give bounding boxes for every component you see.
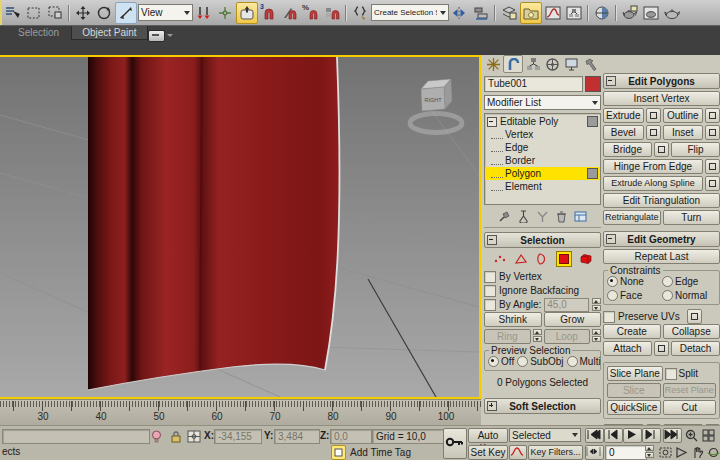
- rendered-frame-window-icon[interactable]: [641, 3, 661, 23]
- vertex-mode-icon[interactable]: [493, 252, 507, 266]
- remove-modifier-icon[interactable]: [555, 210, 568, 223]
- radio-icon[interactable]: [662, 276, 673, 287]
- bridge-settings-button[interactable]: [654, 142, 669, 157]
- reference-coordinate-dropdown[interactable]: View: [138, 4, 193, 21]
- angle-spinner[interactable]: [592, 298, 601, 311]
- go-to-end-button[interactable]: [663, 428, 682, 443]
- insert-vertex-button[interactable]: Insert Vertex: [603, 91, 720, 106]
- select-and-scale-icon[interactable]: [115, 2, 137, 24]
- stack-row-element[interactable]: Element: [485, 180, 600, 193]
- ring-spinner[interactable]: [533, 329, 542, 342]
- material-editor-icon[interactable]: [592, 3, 612, 23]
- previous-frame-button[interactable]: [604, 428, 623, 443]
- collapse-icon[interactable]: [487, 117, 497, 127]
- radio-icon[interactable]: [662, 290, 673, 301]
- ribbon-minimize-button[interactable]: [148, 30, 165, 42]
- field-of-view-icon[interactable]: [674, 445, 689, 459]
- key-mode-toggle-button[interactable]: [585, 445, 604, 460]
- time-slider-ruler[interactable]: 30 40 50 60 70 80 90 100: [0, 399, 481, 427]
- constraint-none-option[interactable]: None: [607, 276, 659, 287]
- cut-button[interactable]: Cut: [663, 400, 717, 415]
- ribbon-minimize-chevron-icon[interactable]: [167, 34, 173, 37]
- hierarchy-tab-icon[interactable]: [524, 56, 542, 72]
- turn-button[interactable]: Turn: [663, 210, 720, 225]
- radio-icon[interactable]: [607, 290, 618, 301]
- pin-stack-icon[interactable]: [498, 210, 511, 223]
- tab-selection[interactable]: Selection: [8, 26, 69, 39]
- motion-tab-icon[interactable]: [543, 56, 561, 72]
- absolute-offset-toggle-icon[interactable]: [186, 429, 201, 443]
- ignore-backfacing-checkbox[interactable]: [484, 285, 496, 297]
- zoom-region-icon[interactable]: [658, 445, 673, 459]
- select-and-move-icon[interactable]: [73, 3, 93, 23]
- select-and-manipulate-icon[interactable]: [215, 3, 235, 23]
- perspective-viewport[interactable]: RIGHT: [0, 57, 479, 397]
- use-pivot-point-center-icon[interactable]: [194, 3, 214, 23]
- curve-editor-icon[interactable]: [543, 3, 563, 23]
- ring-button[interactable]: Ring: [484, 329, 531, 344]
- selection-rollout-header[interactable]: Selection: [484, 232, 601, 248]
- extrude-spline-settings-button[interactable]: [705, 176, 720, 191]
- retriangulate-button[interactable]: Retriangulate: [603, 210, 661, 225]
- select-by-name-icon[interactable]: [3, 3, 23, 23]
- set-keys-button[interactable]: [443, 428, 467, 459]
- orbit-icon[interactable]: [706, 445, 720, 459]
- spinner-snap-icon[interactable]: [322, 3, 342, 23]
- time-tag-icon[interactable]: [331, 445, 346, 460]
- collapse-button[interactable]: Collapse: [663, 324, 720, 339]
- preview-multi-option[interactable]: Multi: [567, 356, 601, 367]
- preserve-uvs-settings-button[interactable]: [687, 309, 702, 324]
- create-button[interactable]: Create: [603, 324, 661, 339]
- edge-mode-icon[interactable]: [514, 252, 528, 266]
- edit-geometry-rollout-header[interactable]: Edit Geometry: [603, 231, 720, 247]
- hinge-settings-button[interactable]: [705, 159, 720, 174]
- tab-object-paint[interactable]: Object Paint: [71, 26, 147, 40]
- y-coord-field[interactable]: 3,484: [274, 429, 320, 444]
- preview-off-option[interactable]: Off: [488, 356, 514, 367]
- key-filters-button[interactable]: Key Filters...: [528, 445, 583, 460]
- bulb-icon[interactable]: [149, 429, 164, 443]
- maxscript-mini-listener[interactable]: [2, 429, 150, 444]
- border-mode-icon[interactable]: [535, 252, 549, 266]
- select-and-rotate-icon[interactable]: [94, 3, 114, 23]
- constraint-edge-option[interactable]: Edge: [662, 276, 698, 287]
- current-frame-field[interactable]: 0: [605, 445, 647, 460]
- bevel-button[interactable]: Bevel: [603, 125, 644, 140]
- set-key-button[interactable]: Set Key: [468, 445, 508, 460]
- configure-modifier-sets-icon[interactable]: [574, 210, 587, 223]
- object-name-field[interactable]: Tube001: [484, 76, 583, 92]
- outline-button[interactable]: Outline: [663, 108, 704, 123]
- edit-triangulation-button[interactable]: Edit Triangulation: [603, 193, 720, 208]
- attach-settings-button[interactable]: [654, 341, 669, 356]
- stack-row-edge[interactable]: Edge: [485, 141, 600, 154]
- constraint-face-option[interactable]: Face: [607, 290, 659, 301]
- by-vertex-checkbox[interactable]: [484, 271, 496, 283]
- stack-row-editable-poly[interactable]: Editable Poly: [485, 115, 600, 128]
- collapse-icon[interactable]: [606, 234, 616, 244]
- preserve-uvs-checkbox[interactable]: [603, 311, 615, 323]
- next-frame-button[interactable]: [642, 428, 661, 443]
- collapse-icon[interactable]: [487, 235, 497, 245]
- stack-onoff-toggle[interactable]: [587, 116, 598, 127]
- x-coord-field[interactable]: -34,155: [214, 429, 262, 444]
- extrude-along-spline-button[interactable]: Extrude Along Spline: [603, 176, 703, 191]
- auto-key-button[interactable]: Auto Key: [468, 428, 508, 443]
- flip-button[interactable]: Flip: [671, 142, 720, 157]
- schematic-view-icon[interactable]: [564, 3, 584, 23]
- align-icon[interactable]: [471, 3, 491, 23]
- angle-value-field[interactable]: 45,0: [544, 298, 589, 312]
- inset-settings-button[interactable]: [705, 125, 720, 140]
- preview-subobj-option[interactable]: SubObj: [517, 356, 563, 367]
- display-tab-icon[interactable]: [562, 56, 580, 72]
- default-tangent-button[interactable]: [509, 445, 527, 460]
- inset-button[interactable]: Inset: [663, 125, 704, 140]
- detach-button[interactable]: Detach: [671, 341, 720, 356]
- mirror-icon[interactable]: [450, 3, 470, 23]
- zoom-tool-icon[interactable]: [684, 428, 699, 442]
- z-coord-field[interactable]: 0,0: [330, 429, 372, 444]
- hinge-from-edge-button[interactable]: Hinge From Edge: [603, 159, 703, 174]
- make-unique-icon[interactable]: [536, 210, 549, 223]
- loop-button[interactable]: Loop: [544, 329, 591, 344]
- radio-icon[interactable]: [567, 356, 578, 367]
- grow-button[interactable]: Grow: [544, 312, 602, 327]
